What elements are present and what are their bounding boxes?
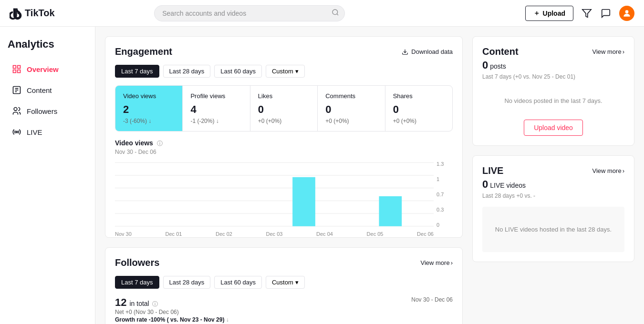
followers-stats-row: 12 in total ⓘ Net +0 (Nov 30 - Dec 06) G… [115,296,453,323]
followers-title: Followers [115,257,159,268]
filter-last-60-days[interactable]: Last 60 days [214,65,262,78]
followers-card: Followers View more › Last 7 days Last 2… [105,247,463,324]
plus-icon: ＋ [533,9,540,18]
followers-label: Followers [27,107,57,115]
filter-last-28-days[interactable]: Last 28 days [163,65,211,78]
live-card: LIVE View more › 0 LIVE videos Last 28 d… [472,155,634,262]
chevron-right-icon-2: › [623,48,624,55]
search-bar [154,5,345,21]
filter-custom[interactable]: Custom ▾ [266,65,305,78]
overview-label: Overview [27,65,59,73]
info-icon: ⓘ [157,140,163,147]
inbox-icon[interactable] [581,8,592,19]
stat-shares[interactable]: Shares 0 +0 (+0%) [385,86,452,131]
upload-video-button[interactable]: Upload video [524,120,583,136]
followers-info-icon: ⓘ [152,300,158,308]
followers-icon [11,106,22,116]
svg-point-8 [14,108,17,111]
chevron-down-icon-2: ▾ [295,279,299,286]
filter-last-7-days[interactable]: Last 7 days [115,65,159,78]
live-empty-msg: No LIVE videos hosted in the last 28 day… [492,216,615,243]
download-button[interactable]: Download data [402,48,453,55]
upload-button[interactable]: ＋ Upload [525,6,573,21]
search-icon [332,9,339,18]
engagement-time-filters: Last 7 days Last 28 days Last 60 days Cu… [115,65,453,78]
followers-card-header: Followers View more › [115,257,453,268]
followers-total: 12 [115,296,126,309]
chart-area: Nov 30 Dec 01 Dec 02 Dec 03 Dec 04 Dec 0… [115,161,434,228]
chevron-right-icon-3: › [623,167,624,174]
followers-view-more[interactable]: View more › [420,259,453,266]
stat-likes[interactable]: Likes 0 +0 (+0%) [250,86,318,131]
followers-growth: Growth rate -100% ( vs. Nov 23 - Nov 29)… [115,316,229,323]
svg-marker-1 [582,9,591,17]
svg-rect-4 [18,66,21,69]
sidebar-item-overview[interactable]: Overview [4,59,91,79]
download-label: Download data [411,48,453,55]
messages-icon[interactable] [600,8,612,19]
content-card: Content View more › 0 posts Last 7 days … [472,36,634,146]
sidebar: Analytics Overview Content Followers LIV… [0,27,95,324]
stats-row: Video views 2 -3 (-60%) ↓ Profile views … [115,85,453,132]
followers-stats: 12 in total ⓘ Net +0 (Nov 30 - Dec 06) G… [115,296,229,323]
posts-label: posts [490,62,506,70]
live-empty-area: No LIVE videos hosted in the last 28 day… [482,207,624,252]
app-name: TikTok [25,8,55,19]
posts-meta: Last 7 days (+0 vs. Nov 25 - Dec 01) [482,73,624,80]
sidebar-item-followers[interactable]: Followers [4,101,91,121]
header-actions: ＋ Upload [525,6,634,21]
sidebar-item-content[interactable]: Content [4,80,91,100]
followers-time-filters: Last 7 days Last 28 days Last 60 days Cu… [115,276,453,289]
chart-date-range: Nov 30 - Dec 06 [115,149,453,155]
bar-dec04 [292,177,315,226]
content-card-header: Content View more › [482,46,624,57]
chevron-down-icon: ▾ [295,68,299,75]
live-card-title: LIVE [482,165,503,176]
live-count: 0 [482,178,488,191]
live-view-more[interactable]: View more › [592,167,624,174]
upload-label: Upload [543,10,565,17]
followers-filter-60[interactable]: Last 60 days [214,276,262,289]
live-icon [11,127,22,137]
overview-icon [11,64,22,74]
followers-filter-28[interactable]: Last 28 days [163,276,211,289]
svg-rect-6 [18,70,21,73]
stat-profile-views[interactable]: Profile views 4 -1 (-20%) ↓ [183,86,250,131]
bar-chart-svg [115,161,434,228]
main-right: Content View more › 0 posts Last 7 days … [472,36,634,324]
x-axis-labels: Nov 30 Dec 01 Dec 02 Dec 03 Dec 04 Dec 0… [115,231,434,237]
logo[interactable]: TikTok [10,7,55,20]
chart-wrapper: Nov 30 Dec 01 Dec 02 Dec 03 Dec 04 Dec 0… [115,161,453,228]
content-label: Content [27,86,52,94]
content-view-more[interactable]: View more › [592,48,624,55]
content-empty-msg: No videos posted in the last 7 days. [482,88,624,114]
followers-filter-7[interactable]: Last 7 days [115,276,159,289]
followers-filter-custom[interactable]: Custom ▾ [266,276,305,289]
search-input[interactable] [154,5,345,21]
stat-comments[interactable]: Comments 0 +0 (+0%) [318,86,385,131]
bar-dec06 [379,196,402,226]
avatar[interactable] [619,6,634,21]
chart-label: Video views ⓘ [115,139,453,148]
engagement-title: Engagement [115,46,172,57]
followers-total-label: in total [129,300,149,307]
tiktok-logo-icon [10,7,23,20]
main-left: Engagement Download data Last 7 days Las… [105,36,463,324]
main-layout: Analytics Overview Content Followers LIV… [0,27,644,324]
stat-video-views[interactable]: Video views 2 -3 (-60%) ↓ [115,86,183,131]
main-content: Engagement Download data Last 7 days Las… [95,27,644,324]
y-axis-labels: 1.3 1 0.7 0.3 0 [434,161,453,228]
engagement-card-header: Engagement Download data [115,46,453,57]
app-header: TikTok ＋ Upload [0,0,644,27]
download-icon [402,49,408,55]
sidebar-title: Analytics [0,34,95,58]
video-views-chart-section: Video views ⓘ Nov 30 - Dec 06 [115,139,453,228]
svg-rect-3 [13,66,16,69]
live-card-header: LIVE View more › [482,165,624,176]
followers-date-range: Nov 30 - Dec 06 [411,296,453,303]
svg-point-9 [16,131,17,132]
sidebar-item-live[interactable]: LIVE [4,122,91,142]
content-icon [11,85,22,95]
live-label: LIVE videos [490,182,526,189]
followers-net: Net +0 (Nov 30 - Dec 06) [115,309,229,315]
